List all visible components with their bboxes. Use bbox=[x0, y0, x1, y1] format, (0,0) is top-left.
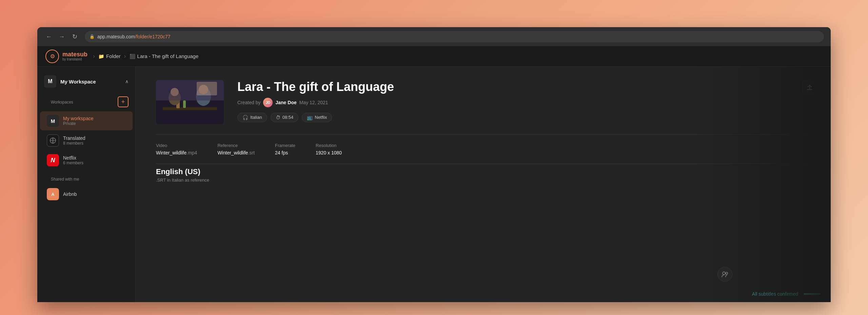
sidebar-item-airbnb[interactable]: A Airbnb bbox=[40, 185, 133, 204]
workspace-avatar-n: N bbox=[47, 154, 59, 166]
workspace-header-left[interactable]: M My Workspace bbox=[44, 75, 96, 88]
workspace-avatar-a: A bbox=[47, 188, 59, 200]
svg-rect-2 bbox=[156, 100, 224, 124]
tag-platform-label: Netflix bbox=[315, 115, 327, 120]
file-info-reference-label: Reference bbox=[217, 143, 255, 148]
breadcrumb-sep-1: › bbox=[93, 53, 95, 60]
sidebar-item-netflix[interactable]: N Netflix 6 members bbox=[40, 151, 133, 170]
created-date: May 12, 2021 bbox=[299, 100, 328, 105]
file-info-video: Video Winter_wildlife.mp4 bbox=[156, 143, 197, 155]
shared-section-header: Shared with me bbox=[37, 170, 135, 184]
lock-icon: 🔒 bbox=[90, 34, 95, 39]
logo-name: matesub bbox=[62, 51, 87, 57]
workspace-chevron-icon[interactable]: ∧ bbox=[125, 79, 129, 84]
file-info-reference: Reference Winter_wildlife.srt bbox=[217, 143, 255, 155]
workspaces-label: Workspaces bbox=[44, 97, 80, 107]
nav-buttons: ← → ↻ bbox=[44, 32, 79, 41]
file-info-framerate: Framerate 24 fps bbox=[275, 143, 295, 155]
sidebar-item-my-workspace[interactable]: M My workspace Private bbox=[40, 111, 133, 130]
workspace-item-name-airbnb: Airbnb bbox=[63, 191, 77, 197]
logo[interactable]: ⊙ matesub by translated bbox=[45, 50, 87, 63]
workspaces-section-header: Workspaces + bbox=[37, 95, 135, 111]
workspace-item-name-netflix: Netflix bbox=[63, 155, 83, 161]
main-content: Lara - The gift of Language Created by J… bbox=[136, 67, 831, 302]
address-bar[interactable]: 🔒 app.matesub.com/folder/e1720c77 bbox=[85, 31, 824, 42]
forward-button[interactable]: → bbox=[57, 32, 66, 41]
svg-rect-5 bbox=[183, 100, 186, 108]
video-meta-row: Created by JD Jane Doe May 12, 2021 bbox=[237, 98, 810, 107]
clock-icon: ⏱ bbox=[276, 115, 280, 120]
svg-point-13 bbox=[726, 272, 728, 274]
subtitle-section: English (US) .SRT in Italian as referenc… bbox=[136, 164, 831, 189]
logo-icon: ⊙ bbox=[45, 50, 59, 63]
svg-rect-11 bbox=[197, 82, 217, 95]
tv-icon: 📺 bbox=[307, 115, 313, 120]
video-title: Lara - The gift of Language bbox=[237, 80, 810, 94]
workspace-item-info-my: My workspace Private bbox=[63, 116, 93, 126]
creator-avatar: JD bbox=[263, 98, 273, 107]
subtitle-reference-label: .SRT in Italian as reference bbox=[156, 178, 810, 183]
share-users-button[interactable] bbox=[717, 267, 732, 282]
breadcrumb-sep-2: › bbox=[124, 53, 126, 60]
workspace-item-name-translated: Translated bbox=[63, 135, 85, 141]
file-info-video-label: Video bbox=[156, 143, 197, 148]
svg-rect-3 bbox=[163, 107, 217, 110]
workspace-name: My Workspace bbox=[60, 79, 96, 85]
breadcrumb-file[interactable]: ⬛ Lara - The gift of Language bbox=[130, 53, 199, 59]
shared-label: Shared with me bbox=[44, 174, 86, 184]
workspace-avatar-t bbox=[47, 134, 59, 147]
workspace-item-info-airbnb: Airbnb bbox=[63, 191, 77, 197]
content-header: Lara - The gift of Language Created by J… bbox=[136, 67, 831, 134]
browser-toolbar: ← → ↻ 🔒 app.matesub.com/folder/e1720c77 bbox=[37, 27, 831, 46]
file-info-resolution-label: Resolution bbox=[316, 143, 342, 148]
file-info-row: Video Winter_wildlife.mp4 Reference Wint… bbox=[136, 135, 831, 164]
breadcrumb: › 📁 Folder › ⬛ Lara - The gift of Langua… bbox=[93, 53, 198, 60]
upload-button[interactable] bbox=[802, 80, 817, 95]
file-info-resolution-value: 1920 x 1080 bbox=[316, 150, 342, 155]
tag-duration[interactable]: ⏱ 08:54 bbox=[271, 113, 299, 122]
breadcrumb-folder[interactable]: 📁 Folder bbox=[98, 53, 121, 59]
sidebar-item-translated[interactable]: Translated 8 members bbox=[40, 131, 133, 150]
video-thumbnail bbox=[156, 80, 224, 124]
folder-icon: 📁 bbox=[98, 54, 104, 59]
back-button[interactable]: ← bbox=[44, 32, 54, 41]
reload-button[interactable]: ↻ bbox=[70, 32, 79, 41]
sidebar: M My Workspace ∧ Workspaces + M My works… bbox=[37, 67, 136, 302]
file-info-framerate-label: Framerate bbox=[275, 143, 295, 148]
add-workspace-button[interactable]: + bbox=[118, 96, 129, 107]
status-bar: All subtitles confirmed bbox=[742, 286, 831, 302]
logo-tagline: by translated bbox=[62, 57, 87, 61]
url-display: app.matesub.com/folder/e1720c77 bbox=[97, 34, 171, 39]
workspace-item-name-my: My workspace bbox=[63, 116, 93, 121]
browser-window: ← → ↻ 🔒 app.matesub.com/folder/e1720c77 … bbox=[37, 27, 831, 302]
workspace-item-info-translated: Translated 8 members bbox=[63, 135, 85, 146]
tag-platform[interactable]: 📺 Netflix bbox=[302, 113, 332, 122]
video-info: Lara - The gift of Language Created by J… bbox=[237, 80, 810, 122]
creator-avatar-inner: JD bbox=[263, 98, 273, 107]
tag-duration-label: 08:54 bbox=[282, 115, 294, 120]
app-body: M My Workspace ∧ Workspaces + M My works… bbox=[37, 67, 831, 302]
workspace-avatar-m: M bbox=[47, 115, 59, 127]
status-text: All subtitles confirmed bbox=[752, 291, 798, 297]
workspace-item-sub-netflix: 6 members bbox=[63, 161, 83, 165]
workspace-header: M My Workspace ∧ bbox=[37, 72, 135, 91]
tag-italian[interactable]: 🎧 Italian bbox=[237, 113, 267, 122]
workspace-item-info-netflix: Netflix 6 members bbox=[63, 155, 83, 165]
app-header: ⊙ matesub by translated › 📁 Folder › ⬛ L… bbox=[37, 46, 831, 67]
workspace-item-sub-translated: 8 members bbox=[63, 141, 85, 146]
headphones-icon: 🎧 bbox=[242, 115, 248, 120]
tag-italian-label: Italian bbox=[250, 115, 262, 120]
status-indicator bbox=[804, 293, 821, 295]
workspace-item-sub-my: Private bbox=[63, 121, 93, 126]
file-info-framerate-value: 24 fps bbox=[275, 150, 295, 155]
logo-text: matesub by translated bbox=[62, 51, 87, 61]
creator-name: Jane Doe bbox=[275, 100, 296, 105]
file-info-video-value: Winter_wildlife.mp4 bbox=[156, 150, 197, 155]
tags-row: 🎧 Italian ⏱ 08:54 📺 Netflix bbox=[237, 113, 810, 122]
subtitle-language: English (US) bbox=[156, 167, 810, 176]
workspace-avatar: M bbox=[44, 75, 56, 88]
created-by-label: Created by bbox=[237, 100, 260, 105]
svg-point-12 bbox=[723, 272, 725, 275]
file-info-resolution: Resolution 1920 x 1080 bbox=[316, 143, 342, 155]
file-icon: ⬛ bbox=[130, 54, 135, 59]
